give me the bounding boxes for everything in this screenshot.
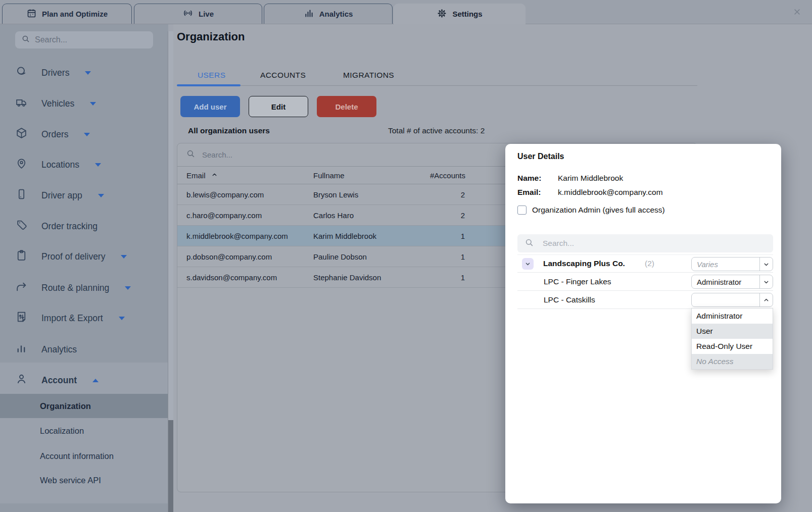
sort-asc-icon[interactable]	[211, 171, 218, 180]
accounts-tree: Landscaping Plus Co. (2) Varies LPC - Fi…	[517, 254, 773, 309]
tab-label: Live	[199, 10, 214, 18]
clipboard-icon	[15, 249, 28, 264]
sidebar-scrollbar[interactable]	[168, 31, 173, 512]
name-label: Name:	[517, 174, 558, 183]
tab-live[interactable]: Live	[134, 4, 262, 24]
scrollbar-thumb[interactable]	[168, 420, 173, 512]
org-role-select[interactable]: Varies	[691, 257, 773, 271]
search-icon	[186, 149, 196, 161]
map-pin-icon	[15, 157, 28, 172]
section-tabs: USERS ACCOUNTS MIGRATIONS	[177, 69, 697, 86]
sidebar-search-input[interactable]	[35, 35, 147, 44]
chevron-down-icon	[121, 255, 127, 259]
gear-icon	[437, 8, 447, 20]
tag-icon	[15, 219, 28, 234]
org-tree-row: Landscaping Plus Co. (2) Varies	[517, 254, 773, 273]
sidebar-item-driver-app[interactable]: Driver app	[0, 181, 168, 210]
chevron-down-icon[interactable]	[759, 258, 773, 271]
sidebar-subitem-label: Web service API	[40, 476, 101, 485]
sidebar-item-vehicles[interactable]: Vehicles	[0, 89, 168, 118]
sidebar-item-label: Proof of delivery	[41, 251, 105, 262]
sidebar-item-account[interactable]: Account	[0, 366, 168, 395]
sidebar-item-drivers[interactable]: Drivers	[0, 58, 168, 87]
sidebar-item-label: Drivers	[41, 68, 69, 78]
account-role-select[interactable]: Administrator	[691, 275, 773, 289]
tab-label: Settings	[452, 10, 482, 18]
sidebar-item-orders[interactable]: Orders	[0, 120, 168, 149]
org-admin-checkbox[interactable]	[517, 206, 527, 215]
tab-label: Plan and Optimize	[42, 10, 108, 18]
tab-plan-and-optimize[interactable]: Plan and Optimize	[2, 4, 132, 24]
sidebar-search[interactable]	[15, 31, 153, 48]
sidebar-subitem-label: Account information	[40, 451, 114, 461]
sidebar-item-analytics[interactable]: Analytics	[0, 335, 168, 364]
sidebar-item-label: Driver app	[41, 190, 82, 201]
list-label: All organization users	[188, 126, 270, 135]
page-title: Organization	[177, 30, 245, 43]
sidebar-item-locations[interactable]: Locations	[0, 150, 168, 179]
chevron-down-icon	[98, 194, 104, 197]
sidebar-item-localization[interactable]: Localization	[0, 419, 168, 443]
chevron-up-icon[interactable]	[759, 293, 773, 306]
tab-migrations[interactable]: MIGRATIONS	[343, 71, 394, 80]
edit-button[interactable]: Edit	[249, 96, 308, 117]
column-header-accounts[interactable]: #Accounts	[430, 171, 465, 180]
accounts-search-input[interactable]	[543, 239, 766, 248]
sidebar-item-label: Route & planning	[41, 283, 109, 293]
role-dropdown-menu: Administrator User Read-Only User No Acc…	[691, 308, 773, 370]
tab-settings[interactable]: Settings	[394, 4, 526, 24]
sidebar-item-label: Orders	[41, 129, 68, 140]
role-select-value: Varies	[692, 260, 759, 269]
close-icon[interactable]	[793, 0, 801, 24]
collapse-chevron-icon[interactable]	[522, 258, 534, 270]
role-option-read-only-user[interactable]: Read-Only User	[692, 339, 773, 354]
sidebar-subitem-label: Localization	[40, 426, 84, 436]
sidebar-item-label: Order tracking	[41, 221, 98, 232]
sidebar-item-label: Vehicles	[41, 98, 74, 109]
bar-chart-icon	[304, 8, 314, 20]
sidebar-item-account-information[interactable]: Account information	[0, 444, 168, 468]
panel-title: User Details	[517, 152, 564, 161]
calendar-icon	[26, 8, 37, 20]
email-row: Email:k.middlebrook@company.com	[517, 188, 663, 197]
column-header-email[interactable]: Email	[186, 171, 206, 180]
search-icon	[524, 238, 534, 249]
tab-analytics[interactable]: Analytics	[264, 4, 393, 24]
sidebar-subitem-label: Organization	[40, 401, 91, 411]
tab-accounts[interactable]: ACCOUNTS	[260, 71, 306, 80]
name-row: Name:Karim Middlebrook	[517, 174, 623, 183]
name-value: Karim Middlebrook	[558, 174, 623, 182]
account-role-select-open[interactable]	[691, 293, 773, 307]
sidebar-item-organization[interactable]: Organization	[0, 394, 168, 418]
truck-icon	[15, 96, 28, 111]
search-icon	[21, 34, 30, 45]
sidebar-item-label: Account	[41, 375, 77, 386]
smartphone-icon	[15, 188, 28, 203]
sidebar-item-web-service-api[interactable]: Web service API	[0, 468, 168, 492]
sidebar-item-import-export[interactable]: Import & Export	[0, 303, 168, 333]
sidebar-item-route-planning[interactable]: Route & planning	[0, 273, 168, 302]
sidebar: Drivers Vehicles Orders Locations Driver…	[0, 24, 168, 512]
chevron-down-icon[interactable]	[759, 275, 773, 288]
total-accounts-label: Total # of active accounts: 2	[388, 126, 485, 135]
delete-button[interactable]: Delete	[317, 96, 376, 117]
driver-cap-icon	[15, 65, 28, 80]
chevron-down-icon	[125, 286, 131, 290]
email-label: Email:	[517, 188, 558, 197]
sidebar-item-order-tracking[interactable]: Order tracking	[0, 212, 168, 241]
table-search-input[interactable]	[202, 150, 404, 159]
live-broadcast-icon	[182, 8, 194, 20]
add-user-button[interactable]: Add user	[180, 96, 240, 117]
tab-users[interactable]: USERS	[198, 71, 225, 80]
app-window: Plan and Optimize Live Analytics Setting…	[0, 0, 812, 512]
role-option-user[interactable]: User	[692, 324, 773, 339]
account-tree-row: LPC - Finger Lakes Administrator	[517, 273, 773, 291]
active-tab-underline	[177, 84, 241, 86]
chevron-down-icon	[85, 71, 91, 75]
package-icon	[15, 127, 28, 142]
accounts-search[interactable]	[517, 234, 773, 252]
column-header-fullname[interactable]: Fullname	[313, 171, 430, 180]
role-option-administrator[interactable]: Administrator	[692, 309, 773, 324]
sidebar-item-proof-of-delivery[interactable]: Proof of delivery	[0, 242, 168, 271]
role-option-no-access[interactable]: No Access	[692, 354, 773, 369]
